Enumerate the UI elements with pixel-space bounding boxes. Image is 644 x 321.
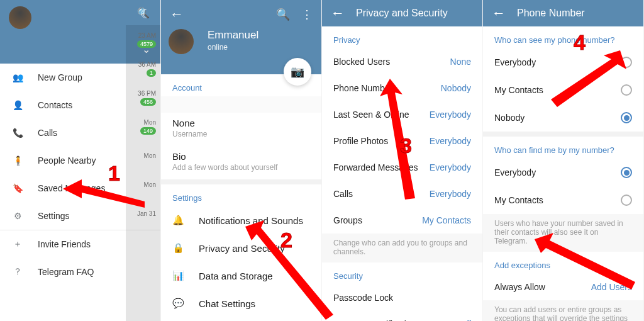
option-label: Everybody: [494, 167, 536, 177]
drawer-panel: 🔍 23 AM457936 AM136 PM456Mon149MonMonJan…: [0, 0, 161, 321]
chat-peek-item[interactable]: Mon: [126, 170, 161, 199]
row-label: Passcode Lock: [333, 293, 393, 303]
row-icon: 💬: [172, 298, 185, 309]
menu-label: People Nearby: [38, 155, 96, 166]
unread-badge: 456: [140, 98, 156, 106]
camera-fab[interactable]: 📷: [284, 58, 311, 86]
radio-icon: [621, 57, 632, 68]
row-value: Everybody: [430, 162, 471, 172]
privacy-row-phone-number[interactable]: Phone NumberNobody: [322, 75, 482, 101]
privacy-security-panel: ← Privacy and Security Privacy Blocked U…: [322, 0, 483, 321]
username-row[interactable]: None Username: [161, 113, 321, 146]
annotation-2: 2: [280, 228, 292, 252]
profile-name: Emmanuel: [208, 29, 313, 42]
profile-status: online: [208, 43, 313, 52]
profile-avatar[interactable]: [169, 29, 194, 54]
row-label: Phone Number: [333, 83, 392, 93]
row-value: Everybody: [430, 189, 471, 199]
row-value: Everybody: [430, 136, 471, 146]
chat-peek-item[interactable]: Mon: [126, 141, 161, 170]
phone-row[interactable]: [161, 96, 321, 113]
row-label: Privacy and Security: [199, 243, 285, 254]
unread-badge: 1: [147, 69, 156, 77]
bio-row[interactable]: Bio Add a few words about yourself: [161, 146, 321, 179]
menu-label: Telegram FAQ: [38, 267, 94, 277]
row-icon: 📊: [172, 270, 185, 281]
settings-header: ← 🔍 ⋮ Emmanuel online 📷: [161, 0, 321, 74]
security-row-two-step-verification[interactable]: Two-Step VerificationOff: [322, 311, 482, 321]
chat-list-peek: 🔍 23 AM457936 AM136 PM456Mon149MonMonJan…: [126, 0, 161, 321]
chat-peek-item[interactable]: Jan 31: [126, 199, 161, 228]
find-option-everybody[interactable]: Everybody: [483, 159, 643, 186]
radio-icon: [621, 194, 632, 206]
option-label: Nobody: [494, 113, 525, 123]
security-row-passcode-lock[interactable]: Passcode Lock: [322, 284, 482, 311]
phone-number-panel: ← Phone Number Who can see my phone numb…: [483, 0, 644, 321]
menu-label: Invite Friends: [38, 239, 91, 249]
menu-label: Contacts: [38, 100, 72, 110]
privacy-row-calls[interactable]: CallsEverybody: [322, 181, 482, 207]
row-value: My Contacts: [422, 215, 471, 225]
settings-panel: ← 🔍 ⋮ Emmanuel online 📷 Account None Use…: [161, 0, 322, 321]
privacy-row-groups[interactable]: GroupsMy Contacts: [322, 207, 482, 234]
menu-icon: ＋: [11, 238, 24, 251]
menu-icon: ？: [11, 266, 24, 278]
avatar[interactable]: [9, 6, 31, 29]
settings-row-privacy-and-security[interactable]: 🔒Privacy and Security: [161, 234, 321, 262]
night-mode-icon[interactable]: ☾: [140, 6, 152, 21]
back-icon[interactable]: ←: [492, 5, 506, 21]
settings-section-label: Settings: [161, 184, 321, 206]
row-label: Forwarded Messages: [333, 162, 418, 172]
back-icon[interactable]: ←: [170, 6, 184, 23]
row-label: Profile Photos: [333, 136, 388, 146]
menu-label: Calls: [38, 128, 57, 138]
settings-row-notifications-and-sounds[interactable]: 🔔Notifications and Sounds: [161, 206, 321, 234]
row-label: Groups: [333, 215, 362, 225]
menu-label: Saved Messages: [38, 183, 105, 193]
back-icon[interactable]: ←: [331, 5, 345, 21]
more-icon[interactable]: ⋮: [301, 8, 313, 21]
settings-row-folders[interactable]: 📁Folders: [161, 317, 321, 321]
row-label: Calls: [333, 189, 353, 199]
chat-peek-item[interactable]: Mon149: [126, 112, 161, 141]
see-option-everybody[interactable]: Everybody: [483, 48, 643, 76]
settings-row-chat-settings[interactable]: 💬Chat Settings: [161, 290, 321, 317]
row-label: Chat Settings: [199, 298, 255, 309]
radio-icon: [621, 112, 632, 123]
privacy-row-forwarded-messages[interactable]: Forwarded MessagesEverybody: [322, 154, 482, 181]
option-label: My Contacts: [494, 195, 543, 205]
see-option-nobody[interactable]: Nobody: [483, 104, 643, 132]
row-value: None: [450, 57, 471, 67]
see-section-label: Who can see my phone number?: [483, 26, 643, 48]
privacy-section-label: Privacy: [322, 26, 482, 48]
row-value: Everybody: [430, 110, 471, 120]
privacy-row-last-seen-online[interactable]: Last Seen & OnlineEverybody: [322, 101, 482, 128]
row-value: Nobody: [441, 83, 471, 93]
find-section-label: Who can find me by my number?: [483, 137, 643, 159]
row-label: Data and Storage: [199, 271, 273, 281]
chat-peek-item[interactable]: 36 PM456: [126, 83, 161, 112]
security-section-label: Security: [322, 262, 482, 284]
row-icon: 🔔: [172, 215, 185, 226]
annotation-1: 1: [108, 161, 120, 186]
privacy-header: ← Privacy and Security: [322, 0, 482, 26]
menu-icon: 👤: [11, 99, 24, 111]
search-icon[interactable]: 🔍: [276, 8, 290, 21]
chat-peek-item[interactable]: 23 AM4579: [126, 25, 161, 54]
always-allow-row[interactable]: Always Allow Add Users: [483, 274, 643, 300]
find-option-my-contacts[interactable]: My Contacts: [483, 186, 643, 214]
radio-icon: [621, 84, 632, 96]
option-label: My Contacts: [494, 85, 543, 95]
find-footnote: Users who have your number saved in thei…: [483, 214, 643, 252]
chat-peek-item[interactable]: 36 AM1: [126, 54, 161, 83]
menu-icon: 🔖: [11, 182, 24, 194]
unread-badge: 149: [140, 127, 156, 135]
see-option-my-contacts[interactable]: My Contacts: [483, 76, 643, 104]
privacy-footnote: Change who can add you to groups and cha…: [322, 234, 482, 262]
option-label: Everybody: [494, 57, 536, 67]
phone-header: ← Phone Number: [483, 0, 643, 26]
menu-icon: 🧍: [11, 154, 24, 167]
privacy-row-blocked-users[interactable]: Blocked UsersNone: [322, 48, 482, 75]
settings-row-data-and-storage[interactable]: 📊Data and Storage: [161, 262, 321, 290]
row-label: Notifications and Sounds: [199, 215, 303, 226]
